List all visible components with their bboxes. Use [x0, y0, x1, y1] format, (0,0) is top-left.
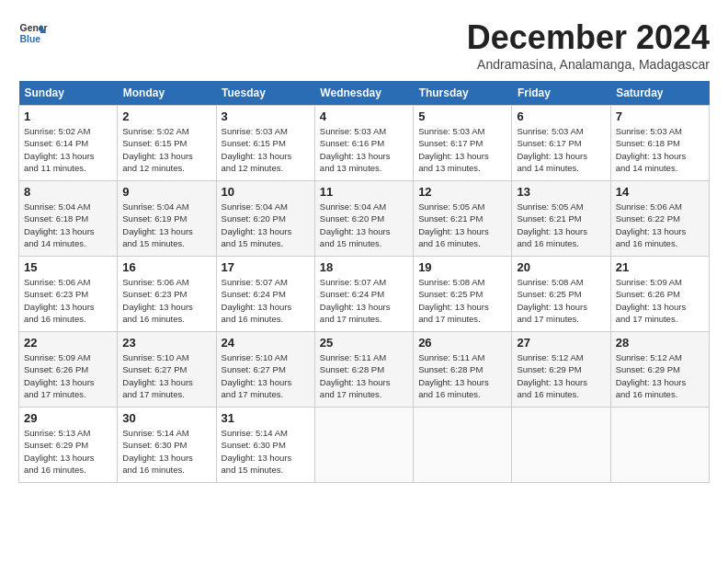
day-info: Sunrise: 5:14 AM Sunset: 6:30 PM Dayligh… — [222, 427, 310, 476]
calendar-table: Sunday Monday Tuesday Wednesday Thursday… — [18, 81, 710, 483]
day-info: Sunrise: 5:12 AM Sunset: 6:29 PM Dayligh… — [517, 351, 605, 400]
table-row — [610, 408, 709, 483]
table-row: 12Sunrise: 5:05 AM Sunset: 6:21 PM Dayli… — [414, 181, 512, 257]
table-row: 7Sunrise: 5:03 AM Sunset: 6:18 PM Daylig… — [610, 106, 709, 181]
day-info: Sunrise: 5:08 AM Sunset: 6:25 PM Dayligh… — [517, 276, 605, 325]
table-row: 1Sunrise: 5:02 AM Sunset: 6:14 PM Daylig… — [19, 106, 118, 181]
table-row: 6Sunrise: 5:03 AM Sunset: 6:17 PM Daylig… — [512, 106, 610, 181]
col-friday: Friday — [512, 81, 610, 106]
day-info: Sunrise: 5:09 AM Sunset: 6:26 PM Dayligh… — [24, 351, 112, 400]
table-row: 15Sunrise: 5:06 AM Sunset: 6:23 PM Dayli… — [19, 257, 118, 332]
day-info: Sunrise: 5:03 AM Sunset: 6:17 PM Dayligh… — [517, 125, 605, 174]
table-row: 5Sunrise: 5:03 AM Sunset: 6:17 PM Daylig… — [414, 106, 512, 181]
table-row: 20Sunrise: 5:08 AM Sunset: 6:25 PM Dayli… — [512, 257, 610, 332]
table-row: 13Sunrise: 5:05 AM Sunset: 6:21 PM Dayli… — [512, 181, 610, 257]
day-number: 7 — [616, 109, 704, 123]
day-info: Sunrise: 5:03 AM Sunset: 6:15 PM Dayligh… — [222, 125, 310, 174]
day-number: 8 — [24, 185, 112, 199]
col-wednesday: Wednesday — [314, 81, 413, 106]
table-row: 14Sunrise: 5:06 AM Sunset: 6:22 PM Dayli… — [610, 181, 709, 257]
day-info: Sunrise: 5:09 AM Sunset: 6:26 PM Dayligh… — [616, 276, 704, 325]
table-row — [314, 408, 413, 483]
col-sunday: Sunday — [19, 81, 118, 106]
day-info: Sunrise: 5:12 AM Sunset: 6:29 PM Dayligh… — [616, 351, 704, 400]
day-info: Sunrise: 5:03 AM Sunset: 6:16 PM Dayligh… — [320, 125, 408, 174]
day-info: Sunrise: 5:02 AM Sunset: 6:15 PM Dayligh… — [122, 125, 210, 174]
day-number: 12 — [418, 185, 506, 199]
day-info: Sunrise: 5:04 AM Sunset: 6:20 PM Dayligh… — [222, 201, 310, 249]
table-row: 10Sunrise: 5:04 AM Sunset: 6:20 PM Dayli… — [216, 181, 314, 257]
table-row: 26Sunrise: 5:11 AM Sunset: 6:28 PM Dayli… — [414, 332, 512, 408]
day-number: 28 — [616, 336, 704, 350]
day-number: 4 — [320, 109, 408, 123]
day-info: Sunrise: 5:08 AM Sunset: 6:25 PM Dayligh… — [418, 276, 506, 325]
day-number: 21 — [616, 260, 704, 274]
day-number: 14 — [616, 185, 704, 199]
logo: General Blue — [18, 18, 48, 48]
col-tuesday: Tuesday — [216, 81, 314, 106]
svg-text:Blue: Blue — [20, 34, 41, 44]
day-number: 25 — [320, 336, 408, 350]
col-monday: Monday — [118, 81, 216, 106]
day-info: Sunrise: 5:06 AM Sunset: 6:22 PM Dayligh… — [616, 201, 704, 249]
col-thursday: Thursday — [414, 81, 512, 106]
day-number: 9 — [122, 185, 210, 199]
table-row: 21Sunrise: 5:09 AM Sunset: 6:26 PM Dayli… — [610, 257, 709, 332]
day-info: Sunrise: 5:06 AM Sunset: 6:23 PM Dayligh… — [122, 276, 210, 325]
day-number: 20 — [517, 260, 605, 274]
day-info: Sunrise: 5:03 AM Sunset: 6:17 PM Dayligh… — [418, 125, 506, 174]
location-subtitle: Andramasina, Analamanga, Madagascar — [467, 57, 710, 72]
calendar-week-4: 22Sunrise: 5:09 AM Sunset: 6:26 PM Dayli… — [19, 332, 710, 408]
calendar-week-1: 1Sunrise: 5:02 AM Sunset: 6:14 PM Daylig… — [19, 106, 710, 181]
day-number: 13 — [517, 185, 605, 199]
calendar-week-2: 8Sunrise: 5:04 AM Sunset: 6:18 PM Daylig… — [19, 181, 710, 257]
table-row: 24Sunrise: 5:10 AM Sunset: 6:27 PM Dayli… — [216, 332, 314, 408]
day-number: 29 — [24, 411, 112, 425]
calendar-week-5: 29Sunrise: 5:13 AM Sunset: 6:29 PM Dayli… — [19, 408, 710, 483]
table-row — [414, 408, 512, 483]
logo-icon: General Blue — [18, 18, 48, 48]
day-info: Sunrise: 5:06 AM Sunset: 6:23 PM Dayligh… — [24, 276, 112, 325]
table-row: 25Sunrise: 5:11 AM Sunset: 6:28 PM Dayli… — [314, 332, 413, 408]
day-number: 11 — [320, 185, 408, 199]
day-info: Sunrise: 5:13 AM Sunset: 6:29 PM Dayligh… — [24, 427, 112, 476]
day-number: 23 — [122, 336, 210, 350]
day-info: Sunrise: 5:04 AM Sunset: 6:20 PM Dayligh… — [320, 201, 408, 249]
day-info: Sunrise: 5:04 AM Sunset: 6:19 PM Dayligh… — [122, 201, 210, 249]
day-number: 27 — [517, 336, 605, 350]
table-row: 3Sunrise: 5:03 AM Sunset: 6:15 PM Daylig… — [216, 106, 314, 181]
day-number: 1 — [24, 109, 112, 123]
day-info: Sunrise: 5:14 AM Sunset: 6:30 PM Dayligh… — [122, 427, 210, 476]
table-row: 18Sunrise: 5:07 AM Sunset: 6:24 PM Dayli… — [314, 257, 413, 332]
day-info: Sunrise: 5:02 AM Sunset: 6:14 PM Dayligh… — [24, 125, 112, 174]
day-number: 30 — [122, 411, 210, 425]
day-number: 24 — [222, 336, 310, 350]
day-number: 6 — [517, 109, 605, 123]
table-row: 29Sunrise: 5:13 AM Sunset: 6:29 PM Dayli… — [19, 408, 118, 483]
col-saturday: Saturday — [610, 81, 709, 106]
calendar-week-3: 15Sunrise: 5:06 AM Sunset: 6:23 PM Dayli… — [19, 257, 710, 332]
day-info: Sunrise: 5:11 AM Sunset: 6:28 PM Dayligh… — [418, 351, 506, 400]
title-area: December 2024 Andramasina, Analamanga, M… — [467, 18, 710, 72]
day-number: 19 — [418, 260, 506, 274]
day-info: Sunrise: 5:07 AM Sunset: 6:24 PM Dayligh… — [222, 276, 310, 325]
day-number: 17 — [222, 260, 310, 274]
table-row: 31Sunrise: 5:14 AM Sunset: 6:30 PM Dayli… — [216, 408, 314, 483]
table-row: 9Sunrise: 5:04 AM Sunset: 6:19 PM Daylig… — [118, 181, 216, 257]
table-row: 2Sunrise: 5:02 AM Sunset: 6:15 PM Daylig… — [118, 106, 216, 181]
table-row: 30Sunrise: 5:14 AM Sunset: 6:30 PM Dayli… — [118, 408, 216, 483]
month-title: December 2024 — [467, 18, 710, 57]
day-number: 18 — [320, 260, 408, 274]
day-info: Sunrise: 5:10 AM Sunset: 6:27 PM Dayligh… — [222, 351, 310, 400]
day-info: Sunrise: 5:03 AM Sunset: 6:18 PM Dayligh… — [616, 125, 704, 174]
day-number: 26 — [418, 336, 506, 350]
table-row: 16Sunrise: 5:06 AM Sunset: 6:23 PM Dayli… — [118, 257, 216, 332]
day-number: 15 — [24, 260, 112, 274]
day-info: Sunrise: 5:07 AM Sunset: 6:24 PM Dayligh… — [320, 276, 408, 325]
table-row — [512, 408, 610, 483]
table-row: 22Sunrise: 5:09 AM Sunset: 6:26 PM Dayli… — [19, 332, 118, 408]
table-row: 23Sunrise: 5:10 AM Sunset: 6:27 PM Dayli… — [118, 332, 216, 408]
day-info: Sunrise: 5:10 AM Sunset: 6:27 PM Dayligh… — [122, 351, 210, 400]
table-row: 27Sunrise: 5:12 AM Sunset: 6:29 PM Dayli… — [512, 332, 610, 408]
table-row: 11Sunrise: 5:04 AM Sunset: 6:20 PM Dayli… — [314, 181, 413, 257]
